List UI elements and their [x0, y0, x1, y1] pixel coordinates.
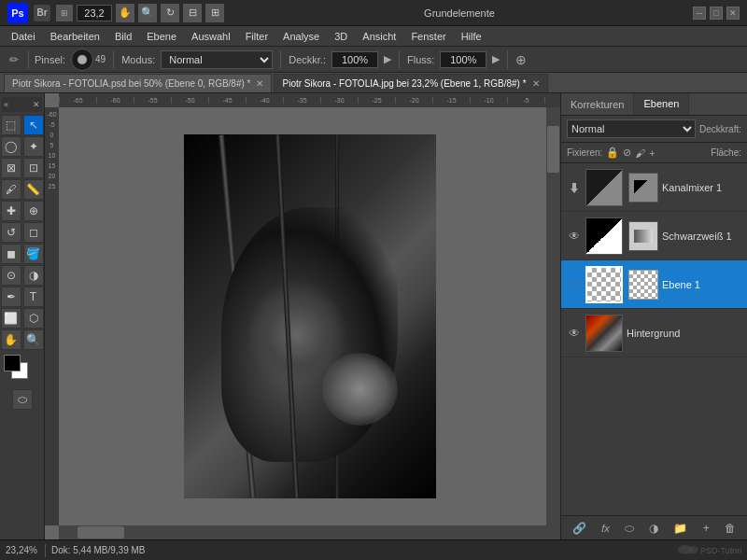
menu-ansicht[interactable]: Ansicht — [355, 26, 403, 46]
layers-list: Kanalmixer 1 👁 Schwarzweiß 1 □ — [561, 163, 747, 515]
close-button[interactable]: ✕ — [726, 7, 740, 20]
zoom-tool-icon[interactable]: 🔍 — [138, 4, 157, 22]
fx-icon[interactable]: fx — [601, 523, 610, 534]
toolbox-collapse[interactable]: « — [4, 100, 8, 109]
arrange-icon[interactable]: ⊟ — [183, 4, 202, 22]
layer-thumb-ebene1 — [585, 266, 623, 303]
shape-tool[interactable]: ⬡ — [23, 308, 44, 329]
hscroll-thumb[interactable] — [78, 526, 124, 539]
maximize-button[interactable]: □ — [710, 7, 723, 20]
eyedropper-tool[interactable]: 🖋 — [1, 179, 21, 200]
layer-name-schwarzweiss: Schwarzweiß 1 — [662, 231, 741, 242]
toolbox-menu[interactable]: ✕ — [33, 100, 40, 109]
layer-eye-kanalmixer[interactable] — [567, 180, 582, 195]
ruler-tool[interactable]: 📏 — [23, 179, 44, 200]
brush-icon[interactable]: ✏ — [6, 51, 22, 68]
hand-tool[interactable]: ✋ — [1, 329, 21, 350]
blur-tool[interactable]: ⊙ — [1, 265, 21, 286]
tool-row-5: ✚ ⊕ — [1, 201, 44, 221]
paint-bucket[interactable]: 🪣 — [23, 244, 44, 264]
pinsel-label: Pinsel: — [35, 54, 65, 65]
lasso-tool[interactable]: ◯ — [1, 136, 21, 157]
new-layer-icon[interactable]: + — [703, 522, 710, 535]
fix-all-icon[interactable]: + — [649, 147, 655, 159]
zoom-tool[interactable]: 🔍 — [23, 329, 44, 350]
tab-ebenen[interactable]: Ebenen — [634, 93, 689, 115]
menu-hilfe[interactable]: Hilfe — [454, 26, 489, 46]
eraser-tool[interactable]: ◻ — [23, 222, 44, 243]
tab-psd[interactable]: Piotr Sikora - FOTOLIA.psd bei 50% (Eben… — [4, 74, 272, 92]
selection-tool[interactable]: ⬚ — [1, 115, 21, 135]
canvas-image-inner — [184, 134, 436, 498]
gradient-tool[interactable]: ◼ — [1, 244, 21, 264]
delete-layer-icon[interactable]: 🗑 — [725, 522, 736, 535]
quick-mask[interactable]: ⬭ — [12, 389, 33, 410]
fix-transparency-icon[interactable]: ⊘ — [623, 147, 631, 159]
canvas-vscroll[interactable] — [546, 107, 560, 525]
layer-kanalmixer[interactable]: Kanalmixer 1 — [561, 163, 747, 212]
crop-tool[interactable]: ⊠ — [1, 158, 21, 178]
menu-bild[interactable]: Bild — [107, 26, 139, 46]
tab-jpg-close[interactable]: ✕ — [532, 78, 540, 89]
layer-thumb-kanalmixer — [585, 169, 623, 206]
type-tool[interactable]: T — [23, 287, 44, 307]
tab-bar: Piotr Sikora - FOTOLIA.psd bei 50% (Eben… — [0, 73, 747, 93]
stamp-tool[interactable]: ⊕ — [23, 201, 44, 221]
deckraft-input[interactable] — [331, 51, 378, 68]
airbrush-icon[interactable]: ⊕ — [515, 52, 527, 67]
tab-jpg[interactable]: Piotr Sikora - FOTOLIA.jpg bei 23,2% (Eb… — [274, 74, 547, 92]
rotate-tool-icon[interactable]: ↻ — [161, 4, 179, 22]
menu-3d[interactable]: 3D — [327, 26, 355, 46]
fix-position-icon[interactable]: 🔒 — [606, 147, 619, 159]
magic-wand-tool[interactable]: ✦ — [23, 136, 44, 157]
menu-bearbeiten[interactable]: Bearbeiten — [43, 26, 107, 46]
brush-preview[interactable] — [71, 49, 93, 71]
foreground-color[interactable] — [4, 355, 21, 371]
menu-filter[interactable]: Filter — [238, 26, 275, 46]
grid-icon[interactable]: ⊞ — [56, 5, 73, 21]
menu-fenster[interactable]: Fenster — [403, 26, 453, 46]
mask-icon[interactable]: ⬭ — [625, 522, 634, 535]
dodge-tool[interactable]: ◑ — [23, 265, 44, 286]
adjustment-icon[interactable]: ◑ — [649, 522, 658, 535]
view-icon[interactable]: ⊞ — [205, 4, 224, 22]
blend-mode-select[interactable]: Normal — [567, 119, 696, 138]
layer-mask-schwarzweiss — [628, 221, 658, 251]
menu-analyse[interactable]: Analyse — [275, 26, 327, 46]
history-brush[interactable]: ↺ — [1, 222, 21, 243]
layer-ebene1[interactable]: □ Ebene 1 — [561, 260, 747, 309]
tool-row-6: ↺ ◻ — [1, 222, 44, 243]
layer-hintergrund[interactable]: 👁 Hintergrund — [561, 309, 747, 357]
fix-image-icon[interactable]: 🖌 — [635, 147, 645, 159]
status-separator — [45, 544, 46, 557]
canvas-hscroll[interactable] — [59, 525, 560, 539]
slice-tool[interactable]: ⊡ — [23, 158, 44, 178]
link-icon[interactable]: 🔗 — [572, 522, 586, 535]
healing-tool[interactable]: ✚ — [1, 201, 21, 221]
layer-eye-schwarzweiss[interactable]: 👁 — [567, 229, 582, 244]
fluss-label: Fluss: — [407, 54, 434, 65]
folder-icon[interactable]: 📁 — [673, 522, 687, 535]
deckraft-arrow[interactable]: ▶ — [384, 53, 391, 65]
toolbox-header: « ✕ — [2, 97, 42, 112]
hand-tool-icon[interactable]: ✋ — [116, 4, 134, 22]
menu-ebene[interactable]: Ebene — [139, 26, 184, 46]
menu-auswahl[interactable]: Auswahl — [184, 26, 238, 46]
tool-row-7: ◼ 🪣 — [1, 244, 44, 264]
tab-korrekturen[interactable]: Korrekturen — [561, 93, 634, 115]
layer-name-kanalmixer: Kanalmixer 1 — [662, 182, 741, 193]
modus-select[interactable]: Normal — [161, 50, 273, 69]
layer-eye-ebene1[interactable]: □ — [567, 277, 582, 292]
window-controls: ─ □ ✕ — [693, 7, 740, 20]
fluss-input[interactable] — [440, 51, 486, 68]
tab-psd-close[interactable]: ✕ — [256, 78, 263, 89]
menu-datei[interactable]: Datei — [4, 26, 43, 46]
pen-tool[interactable]: ✒ — [1, 287, 21, 307]
fluss-arrow[interactable]: ▶ — [492, 53, 500, 65]
move-tool[interactable]: ↖ — [23, 115, 44, 135]
minimize-button[interactable]: ─ — [693, 7, 706, 20]
path-tool[interactable]: ⬜ — [1, 308, 21, 329]
vscroll-thumb[interactable] — [547, 126, 559, 173]
layer-schwarzweiss[interactable]: 👁 Schwarzweiß 1 — [561, 212, 747, 260]
layer-eye-hintergrund[interactable]: 👁 — [567, 326, 582, 341]
